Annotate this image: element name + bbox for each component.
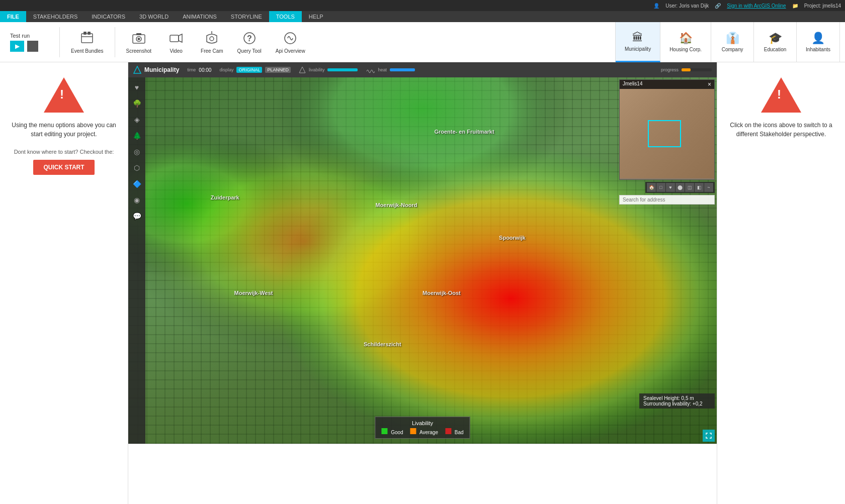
left-panel-main-text: Using the menu options above you can sta…	[10, 121, 118, 139]
tool-layers[interactable]: ◈	[130, 113, 144, 127]
test-run-buttons: ▶	[10, 41, 50, 52]
mini-map-close[interactable]: ×	[708, 81, 711, 88]
municipality-label: Municipality	[625, 46, 651, 52]
tool-target[interactable]: ◎	[130, 145, 144, 159]
mini-tool-heart[interactable]: ♥	[666, 183, 675, 192]
menu-item-storyline[interactable]: STORYLINE	[224, 11, 269, 22]
menu-item-tools[interactable]: TOOLS	[269, 11, 302, 22]
sealevel-surrounding: Surrounding livability: +0,2	[643, 401, 711, 407]
legend-average: Average	[410, 428, 438, 435]
time-value: 00:00	[199, 67, 211, 73]
free-cam-icon	[204, 30, 220, 46]
video-button[interactable]: Video	[158, 28, 194, 56]
inhabitants-label: Inhabitants	[806, 47, 830, 52]
right-panel: Click on the icons above to switch to a …	[717, 62, 845, 504]
user-label: User: Joris van Dijk	[665, 3, 709, 9]
education-icon: 🎓	[769, 32, 782, 45]
svg-rect-2	[88, 32, 91, 35]
livability-bar	[327, 68, 358, 71]
menu-item-help[interactable]: HELP	[302, 11, 330, 22]
stop-button[interactable]	[27, 41, 38, 52]
stakeholder-housing-corp[interactable]: 🏠 Housing Corp.	[660, 22, 711, 62]
query-tool-button[interactable]: ? Query Tool	[230, 28, 269, 56]
map-legend: Livability Good Average Bad	[375, 417, 470, 439]
right-panel-main-text: Click on the icons above to switch to a …	[727, 121, 835, 139]
display-label: display	[219, 67, 233, 72]
project-label: Project: jmelis14	[804, 3, 841, 9]
mini-tool-dot[interactable]: ⬤	[675, 183, 685, 192]
map-toolbar-display: display ORIGINAL PLANNED	[219, 67, 291, 73]
stakeholder-company[interactable]: 👔 Company	[711, 22, 754, 62]
stakeholder-municipality[interactable]: 🏛 Municipality	[616, 22, 660, 62]
video-label: Video	[170, 48, 182, 54]
mini-tool-wave[interactable]: ~	[704, 183, 713, 192]
mini-map-tools: 🏠 □ ♥ ⬤ ◫ ◧ ~	[645, 182, 715, 193]
mini-tool-home[interactable]: 🏠	[647, 183, 656, 192]
menu-item-3dworld[interactable]: 3D WORLD	[132, 11, 176, 22]
stakeholder-inhabitants[interactable]: 👤 Inhabitants	[797, 22, 840, 62]
api-overview-label: Api Overview	[276, 48, 305, 54]
tool-heart[interactable]: ♥	[130, 80, 144, 94]
housing-corp-label: Housing Corp.	[669, 47, 702, 52]
mini-tool-layers[interactable]: ◫	[685, 183, 694, 192]
legend-items: Good Average Bad	[381, 428, 463, 435]
toolbar-left: Test run ▶	[5, 33, 55, 52]
progress-bar-bg	[682, 68, 712, 71]
map-toolbar-progress: progress	[661, 67, 712, 72]
event-bundles-label: Event Bundles	[71, 48, 104, 54]
map-toolbar: Municipality time 00:00 display ORIGINAL…	[128, 62, 717, 77]
municipality-icon: 🏛	[632, 31, 643, 44]
menu-item-indicators[interactable]: INDICATORS	[84, 11, 132, 22]
video-icon	[168, 30, 184, 46]
svg-point-10	[210, 37, 214, 41]
stakeholder-bar: 🏛 Municipality 🏠 Housing Corp. 👔 Company…	[615, 22, 840, 62]
tool-chat[interactable]: 💬	[130, 209, 144, 223]
legend-good-label: Good	[391, 430, 403, 435]
toolbar-divider-2	[115, 27, 115, 57]
main-content: Using the menu options above you can sta…	[0, 62, 845, 504]
svg-marker-9	[179, 34, 182, 42]
quick-start-button[interactable]: QUICK START	[33, 160, 94, 175]
screenshot-label: Screenshot	[126, 48, 152, 54]
toolbar: Test run ▶ Event Bundles S	[0, 22, 845, 62]
tool-tree[interactable]: 🌳	[130, 96, 144, 111]
sign-in-link[interactable]: Sign in with ArcGIS Online	[727, 3, 786, 9]
free-cam-button[interactable]: Free Cam	[194, 28, 230, 56]
sealevel-info: Sealevel Height: 0,5 m Surrounding livab…	[639, 393, 715, 409]
api-overview-button[interactable]: Api Overview	[269, 28, 312, 56]
map-and-bottom: Municipality time 00:00 display ORIGINAL…	[128, 62, 717, 504]
tool-shape[interactable]: 🔷	[130, 177, 144, 191]
play-button[interactable]: ▶	[10, 41, 24, 52]
query-tool-icon: ?	[241, 30, 258, 46]
legend-title: Livability	[381, 420, 463, 426]
stakeholder-education[interactable]: 🎓 Education	[754, 22, 797, 62]
legend-good: Good	[381, 428, 403, 435]
menu-item-file[interactable]: FILE	[0, 11, 26, 22]
right-warning-icon	[761, 77, 801, 113]
menu-item-animations[interactable]: ANIMATIONS	[176, 11, 224, 22]
screenshot-button[interactable]: Screenshot	[119, 28, 159, 56]
tool-tree2[interactable]: 🌲	[130, 129, 144, 143]
heat-bar	[390, 68, 415, 71]
dont-know-text: Dont know where to start? Checkout the:	[14, 149, 114, 155]
mini-tool-image[interactable]: ◧	[695, 183, 704, 192]
map-toolbar-heat: heat	[366, 66, 415, 73]
legend-bad-label: Bad	[455, 430, 464, 435]
api-overview-icon	[282, 30, 298, 46]
menu-item-stakeholders[interactable]: STAKEHOLDERS	[26, 11, 84, 22]
mini-tool-square[interactable]: □	[656, 183, 665, 192]
left-panel: Using the menu options above you can sta…	[0, 62, 128, 504]
map-visual-area[interactable]: ♥ 🌳 ◈ 🌲 ◎ ⬡ 🔷 ◉ 💬 Groente- en Fruitmarkt…	[128, 77, 717, 444]
event-bundles-button[interactable]: Event Bundles	[64, 28, 111, 56]
toolbar-divider-1	[59, 27, 60, 57]
legend-bad-dot	[445, 428, 451, 434]
housing-corp-icon: 🏠	[679, 32, 693, 45]
planned-badge: PLANNED	[265, 67, 291, 73]
tool-hex[interactable]: ⬡	[130, 161, 144, 175]
fullscreen-button[interactable]	[703, 430, 715, 442]
search-address-input[interactable]	[619, 195, 715, 205]
tool-circle[interactable]: ◉	[130, 193, 144, 207]
mini-map-image	[620, 89, 714, 178]
svg-marker-15	[134, 66, 141, 73]
legend-good-dot	[381, 428, 387, 434]
